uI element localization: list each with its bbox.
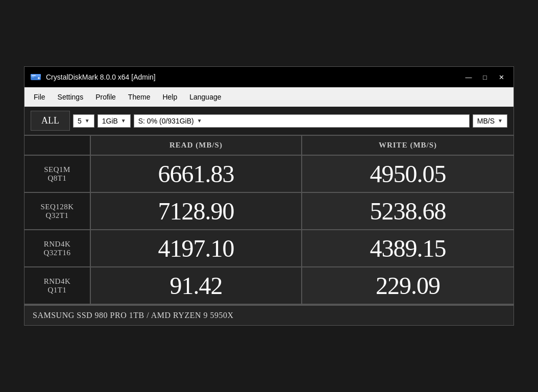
menu-bar: File Settings Profile Theme Help Languag…	[25, 87, 513, 107]
disk-value: S: 0% (0/931GiB)	[138, 117, 194, 125]
status-bar: SAMSUNG SSD 980 PRO 1TB / AMD RYZEN 9 59…	[25, 305, 513, 325]
row-label-seq1m-line2: Q8T1	[48, 174, 67, 183]
rnd4k-q32t16-write-value: 4389.15	[370, 234, 446, 262]
close-button[interactable]: ✕	[494, 71, 508, 83]
seq128k-write-value: 5238.68	[370, 197, 446, 225]
toolbar-row: ALL 5 ▼ 1GiB ▼ S: 0% (0/931GiB) ▼ MB/S ▼	[25, 107, 513, 135]
seq1m-read-cell: 6661.83	[91, 156, 302, 193]
row-label-seq128k-line2: Q32T1	[46, 211, 69, 220]
count-dropdown[interactable]: 5 ▼	[73, 114, 94, 128]
seq128k-read-value: 7128.90	[158, 197, 234, 225]
rnd4k-q1t1-write-cell: 229.09	[302, 267, 513, 305]
status-text: SAMSUNG SSD 980 PRO 1TB / AMD RYZEN 9 59…	[33, 311, 234, 320]
count-chevron-icon: ▼	[85, 118, 90, 124]
main-window: CrystalDiskMark 8.0.0 x64 [Admin] — □ ✕ …	[24, 66, 514, 326]
disk-chevron-icon: ▼	[197, 118, 202, 124]
unit-chevron-icon: ▼	[498, 118, 503, 124]
row-label-rnd4k-q32t16: RND4K Q32T16	[25, 230, 91, 267]
seq1m-read-value: 6661.83	[158, 160, 234, 188]
seq128k-read-cell: 7128.90	[91, 193, 302, 230]
count-value: 5	[78, 117, 82, 125]
all-button[interactable]: ALL	[31, 111, 70, 131]
size-value: 1GiB	[102, 117, 118, 125]
read-header: READ (MB/S)	[91, 136, 302, 156]
row-label-rnd4k-q1t1: RND4K Q1T1	[25, 267, 91, 305]
size-chevron-icon: ▼	[121, 118, 126, 124]
svg-point-2	[38, 77, 40, 79]
title-bar: CrystalDiskMark 8.0.0 x64 [Admin] — □ ✕	[25, 67, 513, 87]
rnd4k-q1t1-write-value: 229.09	[376, 272, 440, 300]
maximize-button[interactable]: □	[478, 71, 492, 83]
menu-profile[interactable]: Profile	[90, 91, 121, 103]
row-label-rnd4k-q32t16-line1: RND4K	[44, 240, 71, 249]
row-label-rnd4k-q1t1-line2: Q1T1	[48, 286, 67, 295]
window-title: CrystalDiskMark 8.0.0 x64 [Admin]	[46, 73, 156, 81]
main-content: ALL 5 ▼ 1GiB ▼ S: 0% (0/931GiB) ▼ MB/S ▼	[25, 107, 513, 325]
svg-rect-4	[32, 77, 34, 78]
size-dropdown[interactable]: 1GiB ▼	[97, 114, 131, 128]
unit-value: MB/S	[477, 117, 495, 125]
rnd4k-q1t1-read-value: 91.42	[170, 272, 223, 300]
rnd4k-q32t16-read-value: 4197.10	[158, 234, 234, 262]
row-label-seq128k-line1: SEQ128K	[40, 203, 74, 211]
title-bar-controls: — □ ✕	[461, 71, 508, 83]
seq128k-write-cell: 5238.68	[302, 193, 513, 230]
row-label-seq128k: SEQ128K Q32T1	[25, 193, 91, 230]
menu-settings[interactable]: Settings	[53, 91, 89, 103]
header-empty-cell	[25, 136, 91, 156]
app-icon	[30, 71, 42, 83]
results-grid: READ (MB/S) WRITE (MB/S) SEQ1M Q8T1 6661…	[25, 135, 513, 305]
rnd4k-q32t16-read-cell: 4197.10	[91, 230, 302, 267]
disk-dropdown[interactable]: S: 0% (0/931GiB) ▼	[134, 114, 470, 128]
seq1m-write-cell: 4950.05	[302, 156, 513, 193]
svg-rect-3	[32, 75, 36, 76]
seq1m-write-value: 4950.05	[370, 160, 446, 188]
write-header: WRITE (MB/S)	[302, 136, 513, 156]
row-label-rnd4k-q32t16-line2: Q32T16	[44, 249, 71, 257]
minimize-button[interactable]: —	[461, 71, 476, 83]
row-label-rnd4k-q1t1-line1: RND4K	[44, 277, 71, 286]
menu-theme[interactable]: Theme	[123, 91, 156, 103]
row-label-seq1m: SEQ1M Q8T1	[25, 156, 91, 193]
title-bar-left: CrystalDiskMark 8.0.0 x64 [Admin]	[30, 71, 156, 83]
rnd4k-q32t16-write-cell: 4389.15	[302, 230, 513, 267]
rnd4k-q1t1-read-cell: 91.42	[91, 267, 302, 305]
menu-language[interactable]: Language	[184, 91, 226, 103]
unit-dropdown[interactable]: MB/S ▼	[473, 114, 507, 128]
row-label-seq1m-line1: SEQ1M	[44, 165, 70, 174]
menu-help[interactable]: Help	[157, 91, 182, 103]
menu-file[interactable]: File	[29, 91, 51, 103]
